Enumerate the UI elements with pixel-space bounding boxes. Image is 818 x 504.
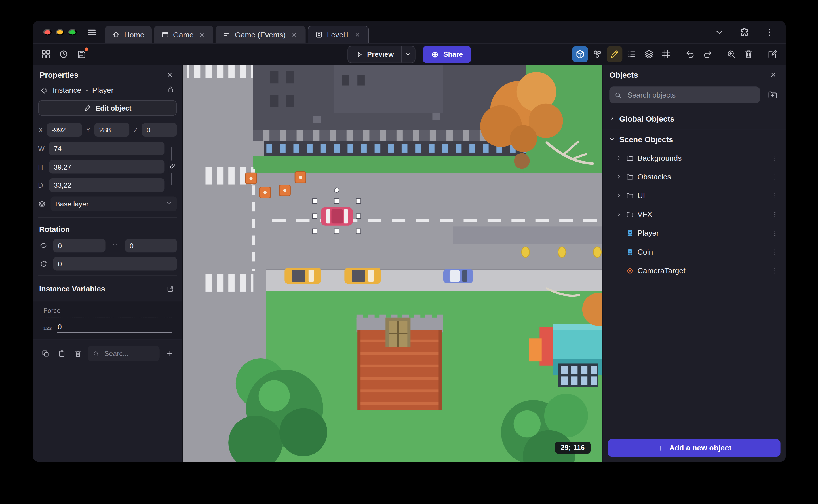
objects-tool-button[interactable] [589,46,605,62]
tab-game-events[interactable]: Game (Events) [215,26,305,43]
redo-button[interactable] [699,46,715,62]
selected-player-instance[interactable] [321,207,353,225]
rotation-z-input[interactable] [53,257,177,271]
variable-value-input[interactable]: 0 [57,323,172,333]
z-input[interactable] [142,123,177,137]
layers-button[interactable] [641,46,657,62]
add-new-object-button[interactable]: Add a new object [608,439,781,457]
properties-panel: Properties Instance - Player [33,65,183,462]
width-input[interactable] [49,142,164,155]
folder-menu-button[interactable] [769,152,780,164]
external-link-icon [166,285,174,293]
close-objects-button[interactable] [768,69,779,80]
scene-editor-button[interactable] [765,46,780,62]
x-input[interactable] [47,123,82,137]
history-button[interactable] [56,46,71,62]
cursor-coordinates-badge: 29;-116 [555,442,591,454]
folder-menu-button[interactable] [769,171,780,182]
selection-handle [334,229,339,234]
lock-instance-button[interactable] [167,86,175,95]
new-folder-button[interactable] [766,89,779,101]
open-variables-editor-button[interactable] [164,283,175,295]
add-variable-button[interactable] [163,347,176,360]
folder-row-backgrounds[interactable]: Backgrounds [603,149,786,167]
zoom-button[interactable] [724,46,739,62]
close-icon [354,31,361,38]
save-button[interactable] [73,46,89,62]
object-menu-button[interactable] [769,246,780,257]
grid-button[interactable] [658,46,674,62]
depth-input[interactable] [49,178,164,192]
object-row-cameratarget[interactable]: CameraTarget [603,261,786,280]
close-tab-button[interactable] [353,31,361,39]
tab-level1[interactable]: Level1 [308,26,369,43]
close-tab-button[interactable] [198,31,206,39]
layout-icon [41,49,51,60]
object-menu-button[interactable] [769,227,780,239]
objects-search-input[interactable] [626,90,755,99]
instance-variables-title-row: Instance Variables [37,280,178,300]
group-scene-objects[interactable]: Scene Objects [603,130,786,149]
group-label: Scene Objects [619,135,673,144]
close-tab-button[interactable] [290,31,298,39]
instances-list-button[interactable] [624,46,640,62]
paste-variable-button[interactable] [55,347,68,360]
chain-link-icon [168,162,176,170]
group-global-objects[interactable]: Global Objects [603,109,786,128]
z-label: Z [133,126,138,134]
rotation-y-input[interactable] [125,239,177,252]
folder-row-ui[interactable]: UI [603,186,786,205]
rotation-x-input[interactable] [53,239,105,252]
delete-variable-button[interactable] [71,347,84,360]
folder-menu-button[interactable] [769,209,780,220]
search-icon [615,91,622,99]
height-input[interactable] [49,160,164,174]
scene-render[interactable] [183,65,602,462]
link-dimensions-button[interactable] [168,161,176,173]
car-yellow-1[interactable] [284,268,321,284]
tab-home[interactable]: Home [105,26,152,43]
y-input[interactable] [94,123,129,137]
object-row-player[interactable]: Player [603,224,786,242]
view-3d-button[interactable] [572,46,588,62]
brick-building[interactable] [356,315,443,410]
preview-button[interactable]: Preview [348,46,401,62]
edit-object-button[interactable]: Edit object [38,100,177,116]
main-menu-button[interactable] [84,24,100,40]
tab-game[interactable]: Game [154,26,213,43]
folder-row-vfx[interactable]: VFX [603,205,786,224]
edit-tool-button[interactable] [607,46,622,62]
close-window-button[interactable] [43,29,52,35]
car-yellow-2[interactable] [344,268,380,284]
undo-button[interactable] [682,46,698,62]
variable-value-row: 123 0 [43,323,172,333]
kebab-icon [771,154,779,162]
redo-icon [702,49,713,60]
object-label: Coin [638,248,766,256]
building-block-top[interactable] [253,65,526,156]
copy-variable-button[interactable] [39,347,52,360]
zoom-window-button[interactable] [68,29,77,35]
variables-search-input[interactable] [103,349,154,358]
objects-title: Objects [609,70,638,79]
object-label: CameraTarget [638,266,766,275]
object-row-coin[interactable]: Coin [603,242,786,261]
minimize-window-button[interactable] [56,29,64,35]
scene-canvas[interactable]: 29;-116 [183,65,602,462]
share-button[interactable]: Share [422,46,471,63]
folder-menu-button[interactable] [769,190,780,201]
object-menu-button[interactable] [769,265,780,276]
more-options-button[interactable] [762,24,777,40]
folder-icon [626,192,634,200]
preview-options-button[interactable] [401,46,415,62]
car-blue[interactable] [443,269,473,283]
layer-select[interactable]: Base layer [50,196,177,211]
delete-button[interactable] [741,46,756,62]
layer-value: Base layer [55,200,88,208]
project-manager-button[interactable] [38,46,54,62]
folder-row-obstacles[interactable]: Obstacles [603,167,786,186]
collapse-tabs-button[interactable] [712,24,727,40]
close-properties-button[interactable] [164,69,175,80]
extensions-button[interactable] [737,24,752,40]
add-new-object-label: Add a new object [669,444,732,452]
